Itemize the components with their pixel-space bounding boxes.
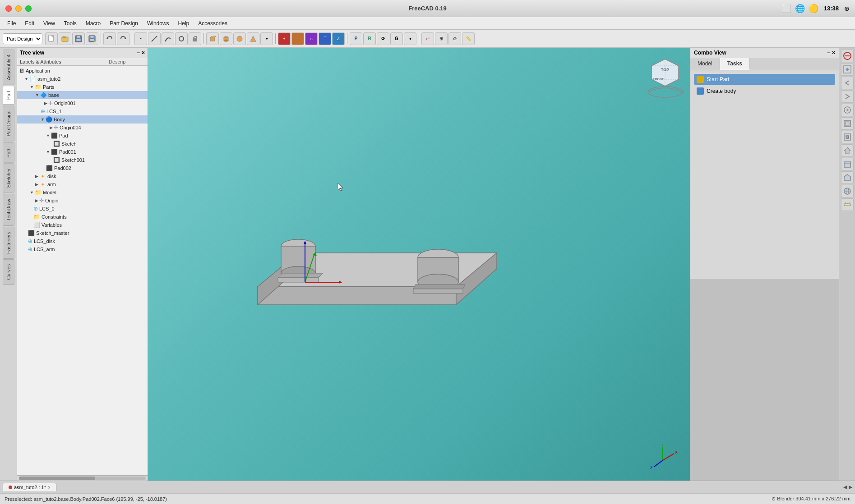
tree-item-lcs1[interactable]: ⊕ LCS_1 [17,107,148,115]
tree-scrollbar-thumb[interactable] [19,477,95,480]
3d-more-button[interactable]: ▾ [260,32,273,45]
tree-item-variables[interactable]: ⬜ Variables [17,221,148,229]
draw-point-button[interactable]: • [134,32,147,45]
tree-item-lcs0[interactable]: ⊕ LCS_0 [17,205,148,213]
tree-item-sketch001[interactable]: 🔲 Sketch001 [17,156,148,164]
menu-accessories[interactable]: Accessories [194,19,231,28]
tab-part-design[interactable]: Part Design [3,105,14,141]
right-btn-back[interactable] [841,77,854,89]
right-btn-2[interactable] [841,63,854,76]
right-btn-7[interactable] [841,158,854,170]
3d-cyl-button[interactable] [220,32,232,45]
tab-path[interactable]: Path [3,142,14,163]
draw-line-button[interactable] [148,32,161,45]
tree-item-asm[interactable]: ▼ 📄 asm_tuto2 [17,75,148,83]
array-button[interactable]: ⊞ [435,32,448,45]
right-btn-9[interactable] [841,185,854,197]
combo-tab-model[interactable]: Model [690,58,720,70]
menu-part-design[interactable]: Part Design [106,19,142,28]
menu-help[interactable]: Help [175,19,193,28]
tab-part[interactable]: Part [3,86,14,105]
boolean-cut-button[interactable]: − [291,32,304,45]
combo-close-icon[interactable]: × [832,50,835,56]
boolean-intersect-button[interactable]: ∩ [305,32,318,45]
open-file-button[interactable] [59,32,71,45]
menu-windows[interactable]: Windows [143,19,173,28]
tree-item-disk[interactable]: ▶ 🔸 disk [17,172,148,180]
right-btn-forward[interactable] [841,90,854,103]
meas-button[interactable]: 📏 [462,32,475,45]
tree-item-arm[interactable]: ▶ 🔸 arm [17,180,148,188]
pad-button[interactable]: P [350,32,362,45]
tree-item-sketch-master[interactable]: ⬛ Sketch_master [17,229,148,237]
menu-file[interactable]: File [4,19,19,28]
3d-sphere-button[interactable] [233,32,246,45]
tab-close-btn[interactable]: × [48,485,51,490]
right-btn-3[interactable] [841,104,854,116]
window-controls[interactable] [5,5,32,12]
tree-item-origin004[interactable]: ▶ ✛ Origin004 [17,124,148,132]
right-btn-fitall[interactable] [841,117,854,130]
draw-circle-button[interactable] [175,32,188,45]
maximize-button[interactable] [25,5,32,12]
tree-minimize-icon[interactable]: − [137,50,140,56]
redo-button[interactable] [117,32,129,45]
tree-close-icon[interactable]: × [142,50,145,56]
tree-item-pad001[interactable]: ▼ ⬛ Pad001 [17,148,148,156]
save-as-button[interactable]: + [86,32,98,45]
tree-item-origin001[interactable]: ▶ ✛ Origin001 [17,99,148,107]
revolution-button[interactable]: ⟳ [377,32,389,45]
close-button[interactable] [5,5,12,12]
mirror-button[interactable]: ⇄ [421,32,434,45]
undo-button[interactable] [103,32,116,45]
new-file-button[interactable] [45,32,58,45]
tab-curves[interactable]: Curves [3,259,14,285]
tree-item-lcs-arm[interactable]: ⊕ LCS_arm [17,245,148,253]
tree-item-origin[interactable]: ▶ ✛ Origin [17,197,148,205]
tree-item-application[interactable]: 🖥 Application [17,67,148,75]
groove-button[interactable]: G [390,32,403,45]
menu-edit[interactable]: Edit [21,19,38,28]
minimize-button[interactable] [15,5,22,12]
menu-tools[interactable]: Tools [60,19,80,28]
more-ops-button[interactable]: ▾ [404,32,416,45]
save-button[interactable] [72,32,85,45]
navigation-cube[interactable]: TOP FRONT [645,57,681,93]
tree-item-parts[interactable]: ▼ 📁 Parts [17,83,148,91]
tree-item-base[interactable]: ▼ 🔷 base [17,91,148,99]
menu-macro[interactable]: Macro [82,19,104,28]
right-btn-fitsel[interactable] [841,131,854,143]
3d-box-button[interactable] [206,32,219,45]
tree-item-model[interactable]: ▼ 📁 Model [17,188,148,197]
draw-arc-button[interactable] [162,32,174,45]
bottom-tab-asm[interactable]: asm_tuto2 : 1* × [3,483,56,491]
tab-sketcher[interactable]: Sketcher [3,163,14,192]
fillet-button[interactable]: ⌒ [319,32,331,45]
tree-item-pad[interactable]: ▼ ⬛ Pad [17,132,148,140]
scroll-right-btn[interactable]: ▶ [849,484,852,490]
boolean-union-button[interactable]: + [278,32,291,45]
viewport[interactable]: TOP FRONT X Y Z [148,48,690,481]
tab-techdraw[interactable]: TechDraw [3,194,14,226]
tree-item-constraints[interactable]: 📁 Constraints [17,213,148,221]
3d-cone-button[interactable] [247,32,259,45]
constrain-button[interactable] [189,32,201,45]
combo-item-start-part[interactable]: Start Part [694,74,835,85]
tab-fasteners[interactable]: Fasteners [3,227,14,259]
right-btn-8[interactable] [841,171,854,184]
tree-item-pad002[interactable]: ⬛ Pad002 [17,164,148,172]
combo-tab-tasks[interactable]: Tasks [720,58,750,70]
right-btn-home[interactable] [841,144,854,157]
workbench-selector[interactable]: Part Design Sketcher Part [3,33,42,44]
pocket-button[interactable]: R [363,32,376,45]
combo-item-create-body[interactable]: Create body [694,86,835,96]
combo-minimize-icon[interactable]: − [827,50,830,56]
chamfer-button[interactable]: ∠ [332,32,345,45]
scroll-left-btn[interactable]: ◀ [843,484,847,490]
tree-item-sketch[interactable]: 🔲 Sketch [17,140,148,148]
right-btn-1[interactable] [841,50,854,62]
menu-view[interactable]: View [40,19,59,28]
tab-assembly4[interactable]: Assembly 4 [3,50,14,85]
right-btn-ruler[interactable] [841,198,854,211]
tree-item-lcs-disk[interactable]: ⊕ LCS_disk [17,237,148,245]
